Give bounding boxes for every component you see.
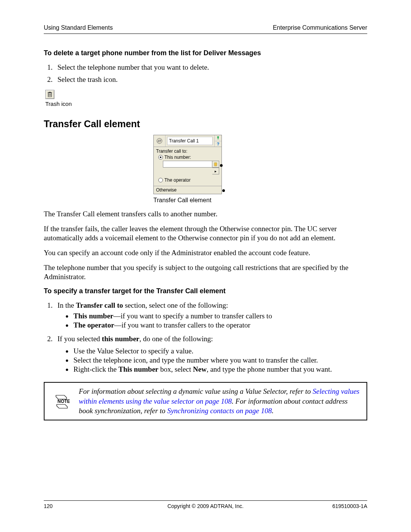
svg-text:NOTE: NOTE <box>57 399 70 404</box>
header-left: Using Standard Elements <box>44 24 113 31</box>
para-transfer-2: If the transfer fails, the caller leaves… <box>44 224 367 243</box>
list-item: Use the Value Selector to specify a valu… <box>73 347 367 355</box>
page-content: Using Standard Elements Enterprise Commu… <box>44 24 367 509</box>
text-bold: This number <box>73 312 113 320</box>
text-bold: New <box>193 365 207 373</box>
list-item: Select the telephone icon, and type the … <box>73 356 367 364</box>
radio-icon <box>158 155 163 160</box>
note-box: NOTE For information about selecting a d… <box>44 382 367 420</box>
note-link-2[interactable]: Synchronizing contacts on page 108 <box>167 407 272 415</box>
svg-rect-8 <box>218 138 218 139</box>
radio-this-number-label: This number: <box>164 155 191 160</box>
text: section, select one of the following: <box>123 301 228 309</box>
header-rule <box>44 34 367 34</box>
footer-copyright: Copyright © 2009 ADTRAN, Inc. <box>44 503 367 509</box>
delete-step-1: Select the telephone number that you wan… <box>54 63 367 72</box>
text: For information about selecting a dynami… <box>79 387 313 395</box>
specify-step-1: In the Transfer call to section, select … <box>54 301 367 329</box>
trash-icon-button <box>45 90 54 99</box>
text-bold: The operator <box>73 321 114 329</box>
text: Right-click the <box>73 365 118 373</box>
phone-icon <box>212 161 219 168</box>
radio-icon <box>158 178 163 182</box>
transfer-call-to-label: Transfer call to: <box>156 149 219 154</box>
svg-rect-7 <box>217 136 219 138</box>
trash-icon <box>48 92 52 97</box>
otherwise-label: Otherwise <box>156 187 177 193</box>
otherwise-section: Otherwise <box>154 186 221 194</box>
page-header: Using Standard Elements Enterprise Commu… <box>44 24 367 34</box>
text: If you selected <box>57 335 102 343</box>
text-bold: This number <box>118 365 158 373</box>
radio-this-number: This number: <box>158 155 219 160</box>
text: , and type the phone number that you wan… <box>207 365 332 373</box>
specify-steps-list: In the Transfer call to section, select … <box>44 301 367 374</box>
transfer-call-element-figure: Transfer Call 1 ? Transfer call to: This… <box>153 135 222 204</box>
list-item: Right-click the This number box, select … <box>73 365 367 374</box>
element-pin-icon <box>215 135 221 141</box>
list-item: The operator—if you want to transfer cal… <box>73 321 367 329</box>
element-title-field: Transfer Call 1 <box>167 137 213 145</box>
subheading-specify-target: To specify a transfer target for the Tra… <box>44 287 367 295</box>
subheading-delete-target: To delete a target phone number from the… <box>44 49 367 57</box>
text: . <box>272 407 274 415</box>
svg-rect-9 <box>214 163 217 166</box>
para-transfer-4: The telephone number that you specify is… <box>44 263 367 282</box>
radio-operator: The operator <box>158 177 219 183</box>
header-right: Enterprise Communications Server <box>273 24 367 31</box>
radio-operator-label: The operator <box>164 177 191 183</box>
text-bold: this number <box>102 335 140 343</box>
connector-pin <box>222 189 225 192</box>
heading-transfer-call-element: Transfer Call element <box>44 118 367 129</box>
text: In the <box>57 301 76 309</box>
note-icon: NOTE <box>53 394 70 409</box>
delete-steps-list: Select the telephone number that you wan… <box>44 63 367 84</box>
connector-pin <box>220 164 223 167</box>
transfer-call-icon <box>154 135 166 147</box>
text: , do one of the following: <box>139 335 213 343</box>
text: box, select <box>158 365 193 373</box>
element-help-icon: ? <box>215 141 221 147</box>
page-footer: 120 Copyright © 2009 ADTRAN, Inc. 619510… <box>44 500 367 509</box>
value-selector-icon: ▸ <box>212 168 219 174</box>
list-item: This number—if you want to specify a num… <box>73 312 367 320</box>
para-transfer-1: The Transfer Call element transfers call… <box>44 209 367 219</box>
this-number-input <box>163 161 212 168</box>
transfer-call-element-box: Transfer Call 1 ? Transfer call to: This… <box>153 135 222 194</box>
text: —if you want to specify a number to tran… <box>113 312 272 320</box>
element-caption: Transfer Call element <box>153 197 222 204</box>
note-text: For information about selecting a dynami… <box>79 387 360 416</box>
para-transfer-3: You can specify an account code only if … <box>44 248 367 258</box>
delete-step-2: Select the trash icon. <box>54 75 367 84</box>
step1-bullets: This number—if you want to specify a num… <box>57 312 367 329</box>
text: —if you want to transfer callers to the … <box>114 321 250 329</box>
step2-bullets: Use the Value Selector to specify a valu… <box>57 347 367 374</box>
svg-marker-12 <box>57 404 67 408</box>
trash-caption: Trash icon <box>45 101 367 107</box>
specify-step-2: If you selected this number, do one of t… <box>54 335 367 374</box>
svg-rect-5 <box>49 92 51 93</box>
text-bold: Transfer call to <box>76 301 123 309</box>
